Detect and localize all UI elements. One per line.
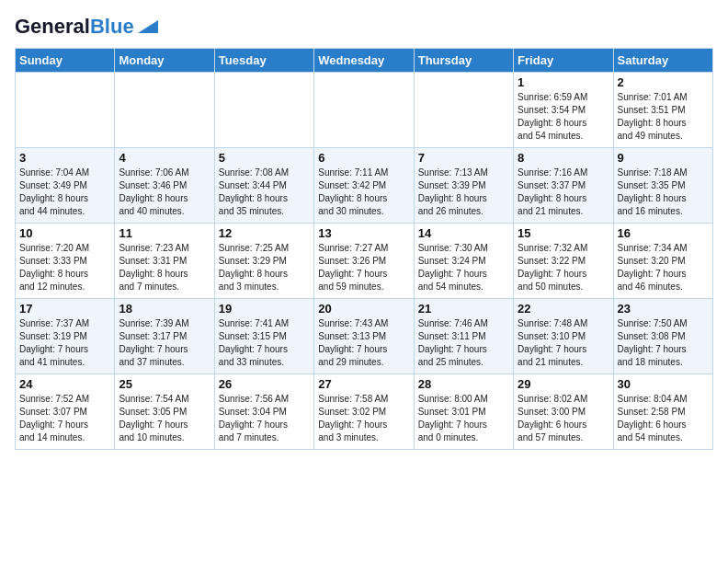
- calendar-cell: 16Sunrise: 7:34 AM Sunset: 3:20 PM Dayli…: [613, 224, 712, 299]
- calendar-week-3: 10Sunrise: 7:20 AM Sunset: 3:33 PM Dayli…: [16, 224, 713, 299]
- header: GeneralBlue: [15, 15, 713, 39]
- day-number: 6: [318, 151, 409, 165]
- calendar-cell: [414, 73, 513, 148]
- calendar-cell: [314, 73, 414, 148]
- day-info: Sunrise: 7:06 AM Sunset: 3:46 PM Dayligh…: [119, 167, 210, 218]
- calendar-cell: [16, 73, 115, 148]
- day-number: 1: [518, 75, 609, 89]
- calendar-cell: 1Sunrise: 6:59 AM Sunset: 3:54 PM Daylig…: [514, 73, 613, 148]
- day-header-wednesday: Wednesday: [314, 49, 414, 73]
- day-number: 20: [318, 302, 409, 316]
- calendar-cell: 21Sunrise: 7:46 AM Sunset: 3:11 PM Dayli…: [414, 299, 513, 374]
- page: GeneralBlue SundayMondayTuesdayWednesday…: [0, 0, 728, 563]
- day-number: 14: [418, 226, 509, 240]
- day-info: Sunrise: 8:02 AM Sunset: 3:00 PM Dayligh…: [518, 393, 609, 444]
- day-info: Sunrise: 7:41 AM Sunset: 3:15 PM Dayligh…: [219, 317, 310, 369]
- day-number: 13: [318, 226, 409, 240]
- logo-icon: [138, 17, 158, 33]
- calendar-cell: 18Sunrise: 7:39 AM Sunset: 3:17 PM Dayli…: [115, 299, 214, 374]
- day-number: 26: [219, 377, 310, 391]
- day-info: Sunrise: 7:50 AM Sunset: 3:08 PM Dayligh…: [618, 317, 709, 369]
- day-header-thursday: Thursday: [414, 49, 513, 73]
- calendar-cell: 7Sunrise: 7:13 AM Sunset: 3:39 PM Daylig…: [414, 148, 513, 224]
- day-number: 11: [119, 226, 210, 240]
- day-info: Sunrise: 6:59 AM Sunset: 3:54 PM Dayligh…: [518, 91, 609, 143]
- calendar-cell: 28Sunrise: 8:00 AM Sunset: 3:01 PM Dayli…: [414, 374, 513, 450]
- day-number: 5: [219, 151, 310, 165]
- day-info: Sunrise: 7:16 AM Sunset: 3:37 PM Dayligh…: [518, 167, 609, 218]
- day-number: 22: [518, 302, 609, 316]
- calendar-cell: 4Sunrise: 7:06 AM Sunset: 3:46 PM Daylig…: [115, 148, 214, 224]
- day-info: Sunrise: 7:43 AM Sunset: 3:13 PM Dayligh…: [318, 317, 409, 369]
- calendar-cell: 22Sunrise: 7:48 AM Sunset: 3:10 PM Dayli…: [514, 299, 613, 374]
- calendar-cell: 6Sunrise: 7:11 AM Sunset: 3:42 PM Daylig…: [314, 148, 414, 224]
- day-info: Sunrise: 8:04 AM Sunset: 2:58 PM Dayligh…: [618, 393, 709, 444]
- day-number: 29: [518, 377, 609, 391]
- calendar-cell: 30Sunrise: 8:04 AM Sunset: 2:58 PM Dayli…: [613, 374, 712, 450]
- calendar-cell: 3Sunrise: 7:04 AM Sunset: 3:49 PM Daylig…: [16, 148, 115, 224]
- calendar-cell: 25Sunrise: 7:54 AM Sunset: 3:05 PM Dayli…: [115, 374, 214, 450]
- day-header-friday: Friday: [514, 49, 613, 73]
- day-number: 9: [618, 151, 709, 165]
- calendar-week-2: 3Sunrise: 7:04 AM Sunset: 3:49 PM Daylig…: [16, 148, 713, 224]
- day-info: Sunrise: 7:20 AM Sunset: 3:33 PM Dayligh…: [19, 242, 110, 293]
- day-info: Sunrise: 7:04 AM Sunset: 3:49 PM Dayligh…: [19, 167, 110, 218]
- day-info: Sunrise: 7:32 AM Sunset: 3:22 PM Dayligh…: [518, 242, 609, 293]
- day-info: Sunrise: 7:01 AM Sunset: 3:51 PM Dayligh…: [618, 91, 709, 143]
- day-number: 12: [219, 226, 310, 240]
- calendar-cell: 20Sunrise: 7:43 AM Sunset: 3:13 PM Dayli…: [314, 299, 414, 374]
- day-number: 18: [119, 302, 210, 316]
- day-number: 28: [418, 377, 509, 391]
- day-info: Sunrise: 7:11 AM Sunset: 3:42 PM Dayligh…: [318, 167, 409, 218]
- day-info: Sunrise: 7:08 AM Sunset: 3:44 PM Dayligh…: [219, 167, 310, 218]
- calendar-cell: 11Sunrise: 7:23 AM Sunset: 3:31 PM Dayli…: [115, 224, 214, 299]
- day-number: 16: [618, 226, 709, 240]
- calendar-table: SundayMondayTuesdayWednesdayThursdayFrid…: [15, 48, 713, 450]
- day-header-monday: Monday: [115, 49, 214, 73]
- day-info: Sunrise: 7:37 AM Sunset: 3:19 PM Dayligh…: [19, 317, 110, 369]
- day-info: Sunrise: 7:46 AM Sunset: 3:11 PM Dayligh…: [418, 317, 509, 369]
- day-info: Sunrise: 7:48 AM Sunset: 3:10 PM Dayligh…: [518, 317, 609, 369]
- calendar-cell: 23Sunrise: 7:50 AM Sunset: 3:08 PM Dayli…: [613, 299, 712, 374]
- day-number: 25: [119, 377, 210, 391]
- day-info: Sunrise: 7:30 AM Sunset: 3:24 PM Dayligh…: [418, 242, 509, 293]
- calendar-cell: 26Sunrise: 7:56 AM Sunset: 3:04 PM Dayli…: [214, 374, 313, 450]
- day-number: 10: [19, 226, 110, 240]
- day-info: Sunrise: 7:34 AM Sunset: 3:20 PM Dayligh…: [618, 242, 709, 293]
- logo: GeneralBlue: [15, 15, 158, 39]
- calendar-cell: 12Sunrise: 7:25 AM Sunset: 3:29 PM Dayli…: [214, 224, 313, 299]
- calendar-week-4: 17Sunrise: 7:37 AM Sunset: 3:19 PM Dayli…: [16, 299, 713, 374]
- calendar-cell: 9Sunrise: 7:18 AM Sunset: 3:35 PM Daylig…: [613, 148, 712, 224]
- calendar-cell: 2Sunrise: 7:01 AM Sunset: 3:51 PM Daylig…: [613, 73, 712, 148]
- logo-text: GeneralBlue: [15, 15, 134, 39]
- calendar-cell: 13Sunrise: 7:27 AM Sunset: 3:26 PM Dayli…: [314, 224, 414, 299]
- day-number: 27: [318, 377, 409, 391]
- day-info: Sunrise: 7:54 AM Sunset: 3:05 PM Dayligh…: [119, 393, 210, 444]
- day-info: Sunrise: 7:56 AM Sunset: 3:04 PM Dayligh…: [219, 393, 310, 444]
- day-number: 8: [518, 151, 609, 165]
- calendar-cell: 8Sunrise: 7:16 AM Sunset: 3:37 PM Daylig…: [514, 148, 613, 224]
- calendar-header-row: SundayMondayTuesdayWednesdayThursdayFrid…: [16, 49, 713, 73]
- calendar-cell: 17Sunrise: 7:37 AM Sunset: 3:19 PM Dayli…: [16, 299, 115, 374]
- calendar-cell: [115, 73, 214, 148]
- day-number: 21: [418, 302, 509, 316]
- day-info: Sunrise: 7:18 AM Sunset: 3:35 PM Dayligh…: [618, 167, 709, 218]
- calendar-cell: 29Sunrise: 8:02 AM Sunset: 3:00 PM Dayli…: [514, 374, 613, 450]
- day-number: 19: [219, 302, 310, 316]
- calendar-cell: 5Sunrise: 7:08 AM Sunset: 3:44 PM Daylig…: [214, 148, 313, 224]
- day-number: 3: [19, 151, 110, 165]
- calendar-cell: 14Sunrise: 7:30 AM Sunset: 3:24 PM Dayli…: [414, 224, 513, 299]
- day-info: Sunrise: 7:23 AM Sunset: 3:31 PM Dayligh…: [119, 242, 210, 293]
- calendar-cell: 24Sunrise: 7:52 AM Sunset: 3:07 PM Dayli…: [16, 374, 115, 450]
- day-info: Sunrise: 7:58 AM Sunset: 3:02 PM Dayligh…: [318, 393, 409, 444]
- svg-marker-0: [138, 20, 158, 33]
- day-number: 17: [19, 302, 110, 316]
- calendar-cell: 15Sunrise: 7:32 AM Sunset: 3:22 PM Dayli…: [514, 224, 613, 299]
- day-info: Sunrise: 7:13 AM Sunset: 3:39 PM Dayligh…: [418, 167, 509, 218]
- day-info: Sunrise: 7:39 AM Sunset: 3:17 PM Dayligh…: [119, 317, 210, 369]
- calendar-cell: 19Sunrise: 7:41 AM Sunset: 3:15 PM Dayli…: [214, 299, 313, 374]
- calendar-week-1: 1Sunrise: 6:59 AM Sunset: 3:54 PM Daylig…: [16, 73, 713, 148]
- day-header-tuesday: Tuesday: [214, 49, 313, 73]
- calendar-cell: 10Sunrise: 7:20 AM Sunset: 3:33 PM Dayli…: [16, 224, 115, 299]
- day-number: 7: [418, 151, 509, 165]
